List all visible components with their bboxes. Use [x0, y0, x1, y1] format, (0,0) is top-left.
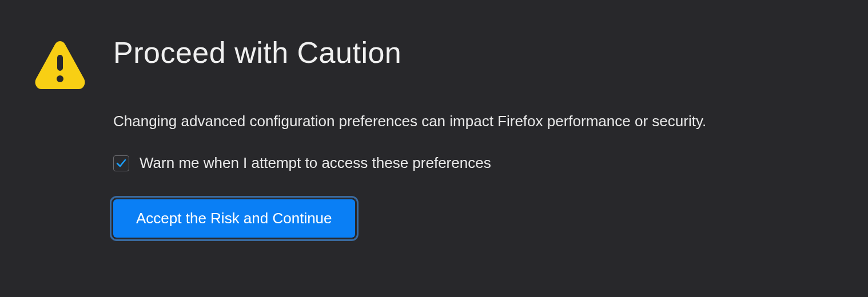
warn-checkbox-row[interactable]: Warn me when I attempt to access these p… — [113, 154, 834, 172]
warning-icon-container — [34, 35, 86, 93]
accept-risk-button[interactable]: Accept the Risk and Continue — [113, 199, 355, 238]
warning-description: Changing advanced configuration preferen… — [113, 111, 834, 131]
page-title: Proceed with Caution — [113, 35, 834, 70]
svg-point-1 — [57, 75, 63, 82]
warn-checkbox-label[interactable]: Warn me when I attempt to access these p… — [140, 154, 491, 172]
warning-icon — [34, 39, 86, 90]
warn-checkbox[interactable] — [113, 155, 129, 171]
svg-rect-0 — [57, 55, 63, 71]
warning-panel: Proceed with Caution Changing advanced c… — [0, 0, 868, 273]
checkmark-icon — [115, 157, 128, 170]
content-column: Proceed with Caution Changing advanced c… — [113, 35, 834, 238]
